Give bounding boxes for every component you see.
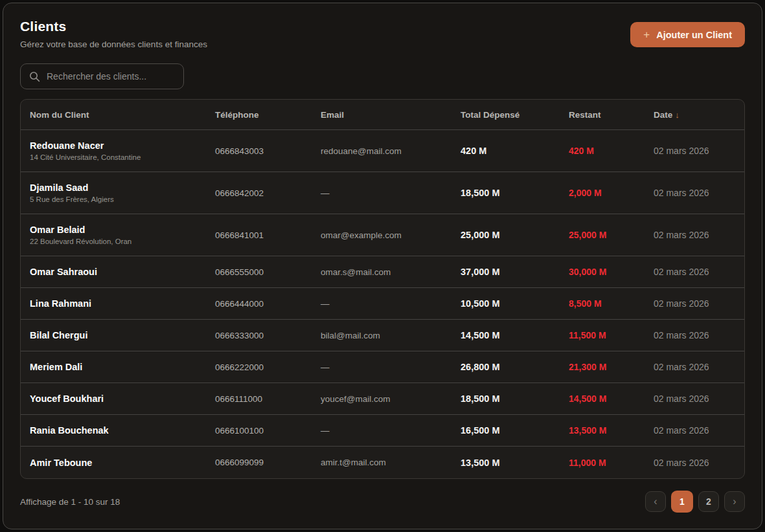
client-date: 02 mars 2026 bbox=[654, 146, 744, 156]
client-date: 02 mars 2026 bbox=[654, 425, 744, 436]
client-restant: 2,000 M bbox=[569, 188, 654, 198]
client-address: 14 Cité Universitaire, Constantine bbox=[30, 153, 215, 161]
client-email: amir.t@mail.com bbox=[321, 458, 461, 467]
plus-icon: + bbox=[643, 29, 650, 40]
client-date: 02 mars 2026 bbox=[654, 230, 744, 240]
client-phone: 0666555000 bbox=[215, 267, 321, 277]
page-subtitle: Gérez votre base de données clients et f… bbox=[20, 39, 207, 49]
search-icon bbox=[29, 71, 40, 82]
client-total: 26,800 M bbox=[461, 362, 569, 372]
table-row[interactable]: Rania Bouchenak 0666100100 — 16,500 M 13… bbox=[21, 415, 744, 447]
client-phone: 0666444000 bbox=[215, 299, 321, 309]
client-restant: 14,500 M bbox=[569, 393, 654, 404]
client-email: — bbox=[321, 362, 461, 372]
client-total: 10,500 M bbox=[461, 298, 569, 309]
table-header-row: Nom du Client Téléphone Email Total Dépe… bbox=[21, 100, 744, 130]
client-email: redouane@mail.com bbox=[321, 146, 461, 156]
client-email: — bbox=[321, 426, 461, 436]
client-name-cell: Omar Belaid 22 Boulevard Révolution, Ora… bbox=[30, 225, 215, 245]
table-row[interactable]: Amir Teboune 0666099099 amir.t@mail.com … bbox=[21, 447, 744, 478]
client-email: — bbox=[321, 188, 461, 198]
clients-page: Clients Gérez votre base de données clie… bbox=[3, 3, 762, 529]
sort-descending-icon: ↓ bbox=[675, 110, 679, 120]
column-header-date-label: Date bbox=[654, 110, 672, 120]
client-email: omar.s@mail.com bbox=[321, 267, 461, 277]
page-1-button[interactable]: 1 bbox=[671, 491, 693, 513]
client-name: Meriem Dali bbox=[30, 362, 215, 372]
client-name: Omar Sahraoui bbox=[30, 267, 215, 277]
table-row[interactable]: Bilal Chergui 0666333000 bilal@mail.com … bbox=[21, 320, 744, 351]
client-date: 02 mars 2026 bbox=[654, 298, 744, 309]
client-phone: 0666099099 bbox=[215, 458, 321, 467]
column-header-email[interactable]: Email bbox=[321, 110, 461, 120]
clients-table: Nom du Client Téléphone Email Total Dépe… bbox=[20, 99, 745, 479]
client-restant: 420 M bbox=[569, 146, 654, 156]
client-total: 18,500 M bbox=[461, 188, 569, 198]
client-restant: 11,500 M bbox=[569, 330, 654, 340]
table-row[interactable]: Redouane Nacer 14 Cité Universitaire, Co… bbox=[21, 130, 744, 172]
client-restant: 21,300 M bbox=[569, 362, 654, 372]
client-name-cell: Djamila Saad 5 Rue des Frères, Algiers bbox=[30, 183, 215, 203]
chevron-right-icon: › bbox=[733, 496, 736, 507]
client-phone: 0666222000 bbox=[215, 362, 321, 372]
client-date: 02 mars 2026 bbox=[654, 330, 744, 340]
client-total: 37,000 M bbox=[461, 267, 569, 277]
client-restant: 8,500 M bbox=[569, 298, 654, 309]
client-email: youcef@mail.com bbox=[321, 394, 461, 404]
table-row[interactable]: Djamila Saad 5 Rue des Frères, Algiers 0… bbox=[21, 172, 744, 214]
page-header-text: Clients Gérez votre base de données clie… bbox=[20, 19, 207, 49]
search-box[interactable] bbox=[20, 63, 184, 89]
client-date: 02 mars 2026 bbox=[654, 393, 744, 404]
add-client-button-label: Ajouter un Client bbox=[656, 30, 732, 40]
client-phone: 0666842002 bbox=[215, 188, 321, 198]
client-restant: 11,000 M bbox=[569, 458, 654, 468]
pagination: ‹ 1 2 › bbox=[645, 491, 745, 513]
column-header-name[interactable]: Nom du Client bbox=[30, 110, 215, 120]
search-input[interactable] bbox=[47, 71, 175, 82]
client-total: 16,500 M bbox=[461, 425, 569, 436]
page-header: Clients Gérez votre base de données clie… bbox=[20, 19, 745, 49]
pagination-summary: Affichage de 1 - 10 sur 18 bbox=[20, 497, 120, 507]
client-phone: 0666841001 bbox=[215, 230, 321, 240]
client-total: 25,000 M bbox=[461, 230, 569, 240]
client-phone: 0666111000 bbox=[215, 394, 321, 404]
page-2-button[interactable]: 2 bbox=[698, 491, 719, 512]
client-name: Rania Bouchenak bbox=[30, 425, 215, 436]
column-header-restant[interactable]: Restant bbox=[569, 110, 654, 120]
client-phone: 0666843003 bbox=[215, 146, 321, 156]
client-total: 13,500 M bbox=[461, 458, 569, 468]
table-row[interactable]: Meriem Dali 0666222000 — 26,800 M 21,300… bbox=[21, 351, 744, 383]
next-page-button[interactable]: › bbox=[724, 491, 745, 512]
client-name-cell: Redouane Nacer 14 Cité Universitaire, Co… bbox=[30, 140, 215, 161]
page-title: Clients bbox=[20, 19, 207, 34]
column-header-phone[interactable]: Téléphone bbox=[215, 110, 321, 120]
client-name: Djamila Saad bbox=[30, 183, 215, 193]
client-name: Redouane Nacer bbox=[30, 140, 215, 151]
client-name: Youcef Boukhari bbox=[30, 393, 215, 404]
client-phone: 0666333000 bbox=[215, 331, 321, 340]
client-total: 420 M bbox=[461, 146, 569, 156]
previous-page-button[interactable]: ‹ bbox=[645, 491, 666, 512]
client-restant: 30,000 M bbox=[569, 267, 654, 277]
client-date: 02 mars 2026 bbox=[654, 458, 744, 468]
client-name: Lina Rahmani bbox=[30, 298, 215, 309]
client-total: 14,500 M bbox=[461, 330, 569, 340]
client-date: 02 mars 2026 bbox=[654, 267, 744, 277]
chevron-left-icon: ‹ bbox=[654, 496, 657, 507]
client-email: bilal@mail.com bbox=[321, 331, 461, 340]
table-row[interactable]: Omar Belaid 22 Boulevard Révolution, Ora… bbox=[21, 214, 744, 256]
table-row[interactable]: Omar Sahraoui 0666555000 omar.s@mail.com… bbox=[21, 256, 744, 288]
client-name: Amir Teboune bbox=[30, 458, 215, 468]
client-date: 02 mars 2026 bbox=[654, 188, 744, 198]
client-phone: 0666100100 bbox=[215, 426, 321, 436]
client-email: — bbox=[321, 299, 461, 309]
column-header-total[interactable]: Total Dépensé bbox=[461, 110, 569, 120]
page-footer: Affichage de 1 - 10 sur 18 ‹ 1 2 › bbox=[20, 491, 745, 513]
client-total: 18,500 M bbox=[461, 393, 569, 404]
client-name: Bilal Chergui bbox=[30, 330, 215, 340]
table-row[interactable]: Lina Rahmani 0666444000 — 10,500 M 8,500… bbox=[21, 288, 744, 320]
client-address: 5 Rue des Frères, Algiers bbox=[30, 195, 215, 203]
table-row[interactable]: Youcef Boukhari 0666111000 youcef@mail.c… bbox=[21, 383, 744, 415]
column-header-date[interactable]: Date↓ bbox=[654, 110, 744, 120]
add-client-button[interactable]: + Ajouter un Client bbox=[630, 22, 745, 47]
